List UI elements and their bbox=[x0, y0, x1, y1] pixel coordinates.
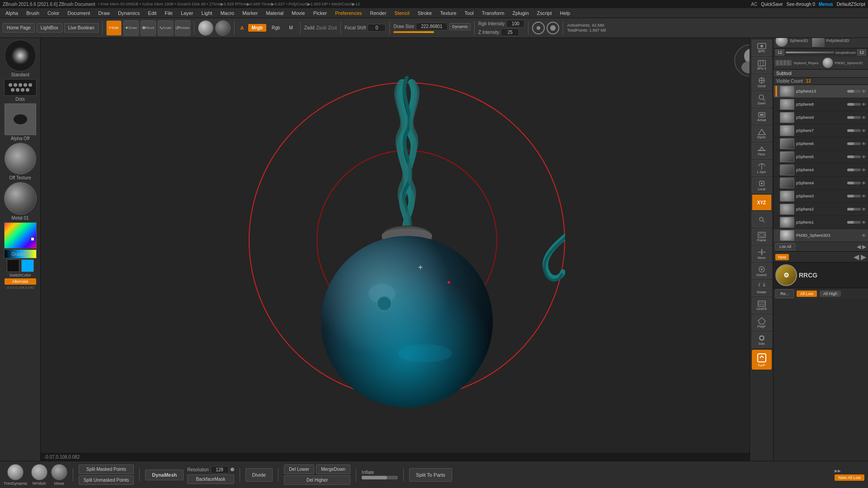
hpolish-tool[interactable]: hPolish bbox=[31, 464, 47, 486]
local-btn[interactable]: Local bbox=[752, 177, 772, 193]
material-preview[interactable] bbox=[4, 182, 37, 215]
dots-preview[interactable] bbox=[4, 79, 37, 96]
a-btn[interactable]: A bbox=[238, 20, 246, 36]
lsym-btn[interactable]: L.Sym bbox=[752, 160, 772, 176]
linefill-btn[interactable]: LineFill bbox=[752, 297, 772, 314]
menu-texture[interactable]: Texture bbox=[436, 9, 460, 17]
menu-stroke[interactable]: Stroke bbox=[414, 9, 436, 17]
menu-help[interactable]: Help bbox=[557, 9, 574, 17]
del-higher-btn[interactable]: Del Higher bbox=[284, 475, 350, 485]
z-intensity-value[interactable]: 25 bbox=[501, 28, 519, 36]
bpr-btn[interactable]: BPR bbox=[752, 40, 772, 56]
canvas-area[interactable]: + bbox=[41, 38, 773, 461]
quicksave-btn[interactable]: QuickSave bbox=[761, 2, 783, 7]
list-item[interactable]: pSphere13 👁 bbox=[774, 85, 868, 98]
rgb-btn[interactable]: Rgb bbox=[268, 24, 283, 32]
move3d-btn[interactable]: Move bbox=[752, 246, 772, 262]
menu-picker[interactable]: Picker bbox=[310, 9, 331, 17]
brush-preview[interactable] bbox=[5, 40, 36, 71]
list-item[interactable]: pSphere8 👁 bbox=[774, 98, 868, 111]
dynamic-persp-btn[interactable]: Dynm bbox=[752, 126, 772, 142]
zoom-btn[interactable]: Zoom bbox=[752, 91, 772, 108]
menu-brush[interactable]: Brush bbox=[23, 9, 43, 17]
menu-edit[interactable]: Edit bbox=[144, 9, 160, 17]
resolution-value[interactable]: 128 bbox=[211, 466, 229, 474]
frame-btn[interactable]: Frame bbox=[752, 229, 772, 245]
menu-movie[interactable]: Movie bbox=[288, 9, 308, 17]
mrgb-btn[interactable]: Mrgb bbox=[248, 24, 266, 32]
edit-btn[interactable]: ✏ Edit bbox=[106, 20, 122, 36]
dynmesh-btn[interactable]: DynaMesh bbox=[145, 469, 184, 480]
list-item[interactable]: pSphere6 👁 bbox=[774, 137, 868, 150]
black-swatch[interactable] bbox=[7, 259, 19, 272]
gradient-bar[interactable]: Gradient bbox=[4, 249, 37, 258]
draw-size-value[interactable]: 222.86801 bbox=[416, 23, 448, 30]
menu-dynamics[interactable]: Dynamics bbox=[114, 9, 143, 17]
size-badge-2[interactable]: 12 bbox=[857, 49, 866, 56]
menu-stencil[interactable]: Stencil bbox=[391, 9, 413, 17]
all-low-btn[interactable]: All Low bbox=[797, 291, 817, 297]
texture-preview[interactable] bbox=[5, 143, 36, 174]
rotate3d-btn[interactable]: Rotate bbox=[752, 280, 772, 296]
menu-light[interactable]: Light bbox=[198, 9, 216, 17]
split-masked-btn[interactable]: Split Masked Points bbox=[79, 465, 134, 474]
menus-btn[interactable]: Menus bbox=[819, 2, 833, 7]
del-lower-btn[interactable]: Del Lower bbox=[284, 465, 314, 474]
menu-alpha[interactable]: Alpha bbox=[2, 9, 22, 17]
split-unmasked-btn[interactable]: Split Unmasked Points bbox=[79, 475, 134, 485]
xyz-btn[interactable]: XYZ bbox=[752, 194, 772, 211]
move-tool[interactable]: Move bbox=[51, 464, 67, 486]
matcap-sphere[interactable] bbox=[215, 20, 231, 36]
dynamic-btn[interactable]: Dynamic bbox=[449, 23, 471, 30]
m-btn[interactable]: M bbox=[285, 24, 296, 32]
rotate-btn[interactable]: ↺ Rotate bbox=[175, 20, 190, 36]
menu-layer[interactable]: Layer bbox=[177, 9, 197, 17]
list-item[interactable]: pSphere7 👁 bbox=[774, 124, 868, 137]
menu-render[interactable]: Render bbox=[367, 9, 390, 17]
list-item[interactable]: pSphere4 👁 bbox=[774, 164, 868, 177]
focal-shift-value[interactable]: 0 bbox=[368, 24, 386, 32]
menu-document[interactable]: Document bbox=[64, 9, 94, 17]
magnify-btn[interactable] bbox=[752, 211, 772, 228]
new-btn[interactable]: New bbox=[775, 254, 789, 260]
pm3d-sphere3c-thumb[interactable] bbox=[822, 57, 833, 68]
list-item[interactable]: pSphere5 👁 bbox=[774, 150, 868, 164]
re-btn[interactable]: Re... bbox=[775, 289, 794, 298]
scroll-btn[interactable]: Scroll bbox=[752, 74, 772, 90]
menu-preferences[interactable]: Preferences bbox=[331, 9, 365, 17]
menu-color[interactable]: Color bbox=[44, 9, 63, 17]
floor-btn[interactable]: Floor bbox=[752, 143, 772, 159]
list-item[interactable]: pSphere2 👁 bbox=[774, 203, 868, 216]
menu-tool[interactable]: Tool bbox=[461, 9, 477, 17]
alternate-btn[interactable]: Alternate bbox=[5, 278, 36, 285]
color-picker[interactable] bbox=[4, 222, 37, 249]
turp-btn[interactable]: TurP bbox=[752, 350, 772, 370]
menu-macro[interactable]: Macro bbox=[217, 9, 238, 17]
spix3-btn[interactable]: SPix 3 bbox=[752, 57, 772, 73]
rgb-intensity-value[interactable]: 100 bbox=[506, 20, 524, 28]
list-item[interactable]: pSphere1 👁 bbox=[774, 216, 868, 229]
list-item[interactable]: pSphere3 👁 bbox=[774, 190, 868, 203]
merge-down-btn[interactable]: MergeDown bbox=[316, 465, 350, 474]
list-item[interactable]: pSphere4 👁 bbox=[774, 177, 868, 190]
backface-mask-btn[interactable]: BackfaceMask bbox=[187, 474, 234, 484]
menu-marker[interactable]: Marker bbox=[239, 9, 261, 17]
solo-btn[interactable]: Solo bbox=[752, 332, 772, 348]
actual-btn[interactable]: Actual bbox=[752, 108, 772, 125]
circle-icon-1[interactable] bbox=[532, 22, 545, 34]
circle-icon-2[interactable] bbox=[547, 22, 559, 34]
all-high-btn[interactable]: All High bbox=[820, 291, 841, 297]
polyf-btn[interactable]: PolyF bbox=[752, 314, 772, 331]
draw-btn[interactable]: ✦ Draw bbox=[123, 20, 139, 36]
new-all-low-btn[interactable]: New AIl Low bbox=[835, 474, 864, 481]
menu-draw[interactable]: Draw bbox=[94, 9, 113, 17]
inflate-slider[interactable] bbox=[362, 476, 398, 479]
menu-material[interactable]: Material bbox=[262, 9, 287, 17]
material-sphere[interactable] bbox=[198, 20, 213, 36]
move-btn[interactable]: ✥ Move bbox=[141, 20, 156, 36]
trim-dynamic-tool[interactable]: TrimDynamic bbox=[4, 464, 28, 486]
default-script[interactable]: DefaultZScript bbox=[837, 2, 865, 7]
list-item[interactable]: pSphere9 👁 bbox=[774, 111, 868, 124]
resolution-dot[interactable] bbox=[231, 468, 234, 471]
menu-zscript[interactable]: Zscript bbox=[533, 9, 556, 17]
